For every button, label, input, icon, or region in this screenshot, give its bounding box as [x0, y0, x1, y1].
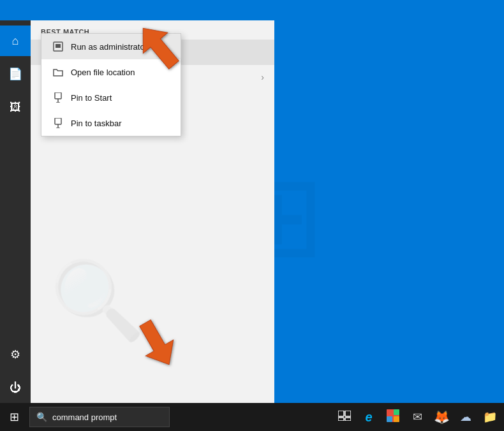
- firefox-icon: 🦊: [434, 409, 450, 425]
- web-results-arrow: ›: [261, 72, 264, 82]
- taskbar-search-input[interactable]: [52, 413, 161, 422]
- store-button[interactable]: [384, 408, 402, 426]
- mail-icon: ✉: [413, 410, 422, 424]
- svg-rect-18: [387, 409, 392, 415]
- power-icon: ⏻: [10, 381, 21, 395]
- file-explorer-button[interactable]: 📁: [481, 408, 499, 426]
- svg-rect-13: [338, 411, 344, 416]
- shield-icon: [52, 40, 64, 53]
- search-icon: 🔍: [36, 412, 47, 422]
- run-as-administrator-item[interactable]: Run as administrator: [41, 34, 181, 59]
- pictures-icon: 🖼: [10, 101, 21, 114]
- svg-rect-16: [345, 418, 351, 421]
- store-icon: [387, 409, 399, 425]
- open-location-label: Open file location: [71, 68, 135, 77]
- home-icon: ⌂: [12, 34, 19, 48]
- svg-rect-7: [55, 118, 61, 124]
- pin-start-icon: [52, 91, 64, 104]
- pin-start-label: Pin to Start: [71, 93, 112, 103]
- svg-rect-14: [345, 411, 351, 416]
- start-sidebar: ⌂ 📄 🖼 ⚙ ⏻: [0, 20, 31, 403]
- cloud-icon: ☁: [460, 410, 471, 424]
- desktop: ⊞ ⌂ 📄 🖼 ⚙ ⏻ 🔍 Best match: [0, 0, 504, 431]
- svg-rect-3: [56, 44, 61, 48]
- task-view-button[interactable]: [336, 408, 353, 426]
- svg-rect-20: [387, 416, 392, 422]
- task-view-icon: [338, 411, 351, 424]
- svg-rect-19: [394, 409, 399, 415]
- sidebar-item-home[interactable]: ⌂: [0, 26, 31, 56]
- start-button[interactable]: ⊞: [0, 403, 28, 431]
- sidebar-item-documents[interactable]: 📄: [0, 59, 31, 89]
- pin-taskbar-label: Pin to taskbar: [71, 119, 122, 128]
- windows-icon: ⊞: [10, 410, 19, 424]
- folder-icon: [52, 66, 64, 78]
- edge-button[interactable]: e: [360, 408, 378, 426]
- pin-to-taskbar-item[interactable]: Pin to taskbar: [41, 110, 181, 136]
- open-file-location-item[interactable]: Open file location: [41, 59, 181, 85]
- sidebar-item-settings[interactable]: ⚙: [0, 339, 31, 370]
- documents-icon: 📄: [8, 67, 22, 81]
- explorer-icon: 📁: [483, 410, 497, 424]
- svg-rect-15: [338, 418, 344, 421]
- svg-rect-21: [394, 416, 399, 422]
- taskbar-icons: e ✉ 🦊 ☁: [336, 408, 504, 426]
- pin-to-start-item[interactable]: Pin to Start: [41, 85, 181, 110]
- taskbar-search-bar[interactable]: 🔍: [29, 407, 170, 427]
- run-admin-label: Run as administrator: [71, 42, 147, 52]
- pin-taskbar-icon: [52, 117, 64, 129]
- search-panel-watermark: 🔍: [50, 256, 145, 346]
- context-menu: Run as administrator Open file location …: [41, 33, 181, 136]
- sidebar-item-power[interactable]: ⏻: [0, 372, 31, 403]
- edge-icon: e: [365, 410, 372, 425]
- sidebar-item-pictures[interactable]: 🖼: [0, 92, 31, 122]
- svg-rect-4: [55, 92, 61, 99]
- firefox-button[interactable]: 🦊: [433, 408, 450, 426]
- settings-icon: ⚙: [10, 347, 20, 362]
- onedrive-button[interactable]: ☁: [457, 408, 475, 426]
- mail-button[interactable]: ✉: [408, 408, 426, 426]
- taskbar: ⊞ 🔍 e: [0, 403, 504, 431]
